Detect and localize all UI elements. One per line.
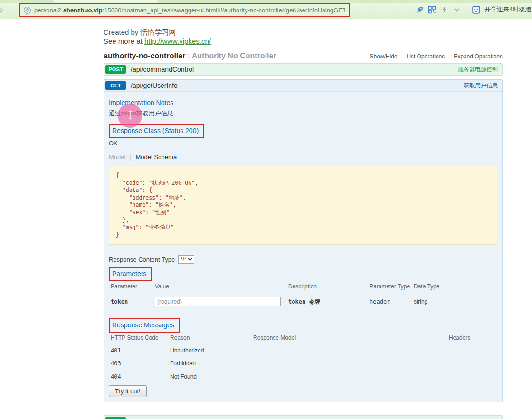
response-messages-table: HTTP Status Code Reason Response Model H…: [109, 333, 499, 383]
operation-post-login[interactable]: POST /api/login 用户登录: [104, 415, 503, 419]
see-more-label: See more at: [104, 37, 144, 45]
status-code: 403: [109, 360, 168, 367]
col-data-type: Data Type: [412, 283, 499, 290]
code-line: "name": "姓名",: [116, 201, 490, 209]
response-messages-heading: Response Messages: [112, 321, 174, 329]
code-line: },: [116, 217, 490, 224]
click-indicator: [118, 104, 142, 128]
param-description: token 令牌: [286, 298, 368, 306]
operation-post-commandcontrol[interactable]: POST /api/commandControl 服务器电源控制: [104, 63, 503, 76]
vipkes-link[interactable]: http://www.vipkes.cn/: [144, 37, 211, 45]
code-line: "address": "地址",: [116, 194, 490, 202]
try-it-out-button[interactable]: Try it out!: [109, 385, 147, 397]
resource-colon: :: [185, 52, 191, 60]
active-tab[interactable]: [52, 0, 158, 3]
address-bar[interactable]: @ personal2.shenzhuo.vip:15000/postman_a…: [20, 4, 349, 16]
status-code: 401: [109, 347, 168, 354]
response-class-status: OK: [109, 140, 497, 147]
browser-toolbar: ·· :: ☆ @ personal2.shenzhuo.vip:15000/p…: [0, 0, 532, 19]
tab-divider: [130, 154, 131, 161]
implementation-notes-text: 通过token获取用户信息: [109, 109, 497, 118]
col-parameter-type: Parameter Type: [368, 283, 412, 290]
toolbar-divider-2: [467, 5, 467, 14]
response-messages-header: HTTP Status Code Reason Response Model H…: [109, 333, 499, 344]
url-text: personal2.shenzhuo.vip:15000/postman_api…: [34, 7, 345, 14]
action-divider: [402, 54, 402, 59]
operation-path[interactable]: /api/commandControl: [131, 66, 194, 73]
reason: Not Found: [168, 373, 251, 380]
expand-operations-link[interactable]: Expand Operations: [454, 53, 503, 60]
lightning-icon[interactable]: [440, 6, 448, 14]
code-line: {: [116, 172, 490, 180]
reason: Forbidden: [168, 360, 251, 367]
text-cursor-icon: [128, 110, 133, 122]
bookmark-star-icon[interactable]: ☆: [0, 5, 4, 15]
qr-code-icon[interactable]: [428, 6, 436, 14]
response-message-row: 404 Not Found: [109, 370, 499, 383]
param-type: header: [368, 298, 412, 305]
code-line: "sex": "性别": [116, 209, 490, 217]
url-prefix: personal2.: [34, 7, 63, 14]
annotation-box-url: @ personal2.shenzhuo.vip:15000/postman_a…: [19, 3, 350, 17]
annotation-box-response-messages: Response Messages: [109, 318, 180, 333]
annotation-box-response-class: Response Class (Status 200): [109, 124, 204, 138]
col-response-model: Response Model: [251, 334, 447, 341]
param-data-type: string: [412, 298, 499, 305]
operation-summary[interactable]: 获取用户信息: [464, 82, 498, 90]
parameters-heading: Parameters: [112, 270, 146, 277]
get-method-badge: GET: [105, 81, 126, 90]
col-description: Description: [286, 283, 368, 290]
show-hide-link[interactable]: Show/Hide: [370, 53, 398, 60]
action-divider: [449, 54, 449, 59]
implementation-notes-heading: Implementation Notes: [109, 98, 497, 107]
col-http-status-code: HTTP Status Code: [109, 334, 168, 341]
post-method-badge: POST: [105, 417, 126, 419]
tab-model-schema[interactable]: Model Schema: [135, 153, 177, 161]
operation-summary[interactable]: 服务器电源控制: [458, 66, 498, 74]
model-tabs: Model Model Schema: [109, 153, 497, 161]
see-more-line: See more at http://www.vipkes.cn/: [104, 37, 503, 46]
response-class-heading: Response Class (Status 200): [112, 127, 199, 134]
news-face-icon[interactable]: [472, 6, 480, 14]
tab-model[interactable]: Model: [109, 153, 125, 161]
post-method-badge: POST: [105, 65, 126, 74]
tab-strip-marks: ··: [13, 0, 17, 4]
created-by-text: Created by 恬恪学习网: [104, 28, 503, 37]
operation-detail-panel: Implementation Notes 通过token获取用户信息 Respo…: [104, 91, 502, 402]
site-badge-icon: @: [24, 7, 31, 14]
response-message-row: 403 Forbidden: [109, 357, 499, 370]
response-model-schema[interactable]: { "code": "状态码 200 OK", "data": { "addre…: [109, 166, 497, 245]
get-operation-header[interactable]: GET /api/getUserInfo 获取用户信息: [104, 80, 502, 91]
code-line: "data": {: [116, 187, 490, 194]
code-line: }: [116, 231, 490, 239]
toolbar-divider: [10, 6, 10, 14]
param-name: token: [109, 298, 153, 305]
resource-header: authority-no-controller : Authority No C…: [104, 52, 503, 60]
response-content-type-select[interactable]: */*: [178, 255, 194, 264]
rocket-icon[interactable]: [416, 6, 424, 14]
response-message-row: 401 Unauthorized: [109, 344, 499, 357]
swagger-page: Created by 恬恪学习网 See more at http://www.…: [0, 19, 532, 419]
resource-tag[interactable]: authority-no-controller: [104, 52, 185, 60]
parameters-table-header: Parameter Value Description Parameter Ty…: [109, 281, 499, 293]
code-line: "msg": "业务消息": [116, 224, 490, 231]
col-value: Value: [153, 283, 286, 290]
operation-get-getuserinfo: GET /api/getUserInfo 获取用户信息 Implementati…: [104, 79, 503, 402]
url-domain: shenzhuo.vip: [63, 7, 103, 14]
status-code: 404: [109, 373, 168, 380]
annotation-box-parameters: Parameters: [109, 267, 152, 281]
resource-description: Authority No Controller: [192, 52, 276, 60]
list-operations-link[interactable]: List Operations: [407, 53, 445, 60]
token-value-input[interactable]: [155, 297, 281, 306]
col-reason: Reason: [168, 334, 251, 341]
col-parameter: Parameter: [109, 283, 153, 290]
response-content-type-label: Response Content Type: [109, 256, 175, 263]
url-path: :15000/postman_api_test/swagger-ui.html#…: [103, 7, 345, 14]
reason: Unauthorized: [168, 347, 251, 354]
parameters-table: Parameter Value Description Parameter Ty…: [109, 281, 499, 311]
code-line: "code": "状态码 200 OK",: [116, 180, 490, 187]
col-headers: Headers: [447, 334, 499, 341]
operation-path[interactable]: /api/getUserInfo: [131, 82, 178, 89]
chevron-down-icon[interactable]: [453, 6, 461, 14]
news-headline[interactable]: 开学迎来4对双胞胎: [484, 5, 532, 14]
